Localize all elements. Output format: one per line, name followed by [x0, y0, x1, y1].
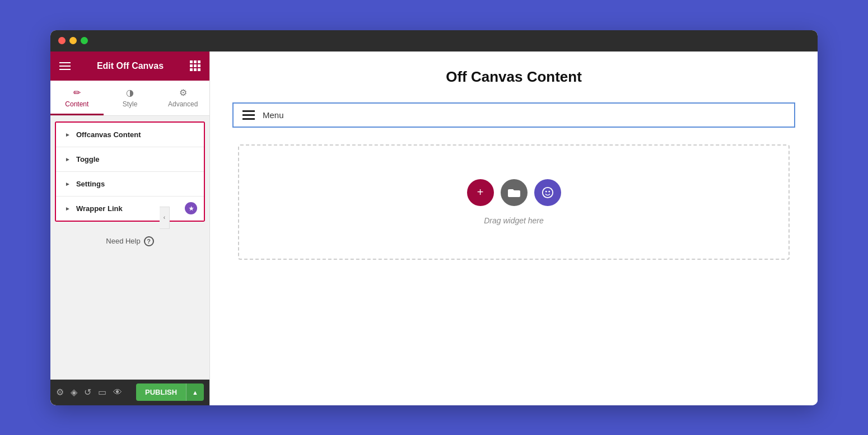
- preview-icon[interactable]: 👁: [113, 387, 122, 397]
- panel-header: Edit Off Canvas: [50, 52, 209, 81]
- menu-lines-icon: [242, 110, 255, 120]
- gear-icon: ⚙: [179, 87, 187, 98]
- traffic-light-green[interactable]: [81, 37, 88, 44]
- svg-point-0: [542, 187, 552, 197]
- widget-actions: +: [467, 179, 561, 206]
- svg-point-2: [548, 190, 550, 192]
- tab-style[interactable]: ◑ Style: [104, 81, 157, 115]
- need-help-section[interactable]: Need Help ?: [50, 227, 209, 255]
- chevron-icon: ►: [65, 205, 71, 212]
- tab-advanced[interactable]: ⚙ Advanced: [156, 81, 209, 115]
- responsive-icon[interactable]: ▭: [98, 387, 106, 397]
- publish-arrow-button[interactable]: ▲: [186, 383, 204, 401]
- drag-zone[interactable]: + Drag widge: [238, 144, 790, 260]
- chevron-icon: ►: [65, 156, 71, 162]
- chevron-icon: ►: [65, 132, 71, 138]
- main-canvas: Off Canvas Content Menu +: [210, 52, 818, 405]
- smiley-icon: [542, 186, 554, 199]
- settings-icon[interactable]: ⚙: [56, 387, 64, 397]
- traffic-light-red[interactable]: [58, 37, 66, 44]
- panel-tabs: ✏ Content ◑ Style ⚙ Advanced: [50, 81, 209, 116]
- publish-button-group: PUBLISH ▲: [136, 383, 204, 401]
- accordion-wrapper-link-header[interactable]: ► Wrapper Link ★: [56, 197, 204, 221]
- panel-title: Edit Off Canvas: [97, 61, 164, 71]
- accordion-toggle-header[interactable]: ► Toggle: [56, 147, 204, 171]
- publish-main-button[interactable]: PUBLISH: [136, 383, 186, 401]
- need-help-label: Need Help: [106, 237, 140, 245]
- left-panel: Edit Off Canvas ✏ Content ◑ Style: [50, 52, 210, 405]
- menu-label: Menu: [263, 110, 284, 120]
- traffic-light-yellow[interactable]: [69, 37, 77, 44]
- folder-icon: [508, 187, 520, 198]
- style-icon: ◑: [126, 87, 134, 98]
- accordion-offcanvas-label: Offcanvas Content: [76, 130, 141, 139]
- accordion-toggle: ► Toggle: [56, 147, 204, 172]
- accordion-settings-label: Settings: [76, 180, 105, 188]
- folder-button[interactable]: [501, 179, 528, 206]
- add-widget-button[interactable]: +: [467, 179, 494, 206]
- browser-content: Edit Off Canvas ✏ Content ◑ Style: [50, 52, 818, 405]
- chevron-icon: ►: [65, 181, 71, 187]
- drag-label: Drag widget here: [484, 216, 544, 225]
- panel-toolbar: ⚙ ◈ ↺ ▭ 👁 PUBLISH ▲: [50, 380, 209, 405]
- accordion-settings: ► Settings: [56, 172, 204, 197]
- hamburger-icon[interactable]: [59, 62, 71, 70]
- tab-content-label: Content: [65, 100, 88, 108]
- accordion-offcanvas-header[interactable]: ► Offcanvas Content: [56, 123, 204, 147]
- accordion-wrapper-link-label: Wrapper Link: [76, 204, 123, 213]
- smiley-button[interactable]: [534, 179, 561, 206]
- menu-bar-widget[interactable]: Menu: [232, 102, 795, 128]
- accordion-settings-header[interactable]: ► Settings: [56, 172, 204, 196]
- accordion-wrapper-link: ► Wrapper Link ★: [56, 197, 204, 221]
- pencil-icon: ✏: [73, 87, 81, 98]
- canvas-title: Off Canvas Content: [232, 68, 795, 86]
- traffic-lights: [58, 37, 88, 44]
- help-icon: ?: [144, 236, 154, 246]
- history-icon[interactable]: ↺: [84, 387, 91, 397]
- browser-window: Edit Off Canvas ✏ Content ◑ Style: [50, 30, 818, 405]
- svg-point-1: [545, 190, 547, 192]
- browser-titlebar: [50, 30, 818, 52]
- tab-advanced-label: Advanced: [168, 100, 198, 108]
- grid-icon[interactable]: [190, 60, 200, 71]
- layers-icon[interactable]: ◈: [71, 387, 77, 397]
- accordion-section: ► Offcanvas Content ► Toggle ► Settings: [55, 121, 205, 222]
- tab-style-label: Style: [123, 100, 138, 108]
- accordion-offcanvas-content: ► Offcanvas Content: [56, 123, 204, 147]
- accordion-toggle-label: Toggle: [76, 155, 100, 163]
- pro-badge: ★: [185, 202, 197, 214]
- tab-content[interactable]: ✏ Content: [50, 81, 104, 115]
- collapse-handle[interactable]: ‹: [160, 207, 170, 229]
